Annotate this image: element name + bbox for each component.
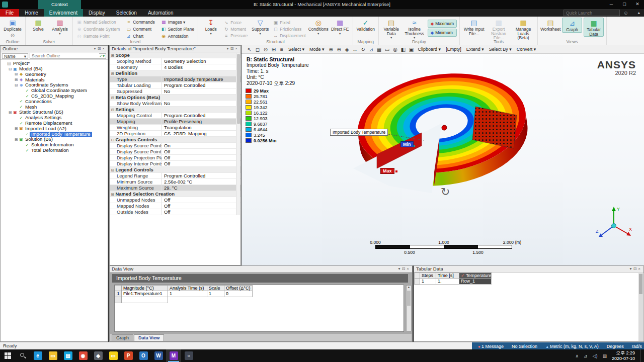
graphics-toolbar-item[interactable]: ◎ <box>391 47 399 52</box>
outline-tree-item[interactable]: ⊟ ▣ Imported Load (A2) <box>1 126 108 132</box>
details-row[interactable]: Mapping Control Program Controlled <box>110 113 240 119</box>
details-row[interactable]: Show Body Wireframe (Beta) No <box>110 101 240 107</box>
details-row[interactable]: Display Interior Points Off <box>110 161 240 167</box>
quick-launch-box[interactable]: ⊙ <box>564 10 620 16</box>
variable-data-button[interactable]: ▤ Variable Data ▾ <box>381 18 401 39</box>
tree-expander-icon[interactable]: ⊟ <box>8 110 13 115</box>
outline-tree-item[interactable]: ▤ Project* <box>1 61 108 66</box>
details-row-value[interactable]: Off <box>162 149 240 154</box>
outline-tree-item[interactable]: ⊞ ◆ Geometry <box>1 72 108 77</box>
taskbar-app-file-explorer[interactable]: ▭ <box>45 349 60 362</box>
data-view-scrollbar[interactable]: ▲ <box>406 285 412 331</box>
outline-tree-item[interactable]: ✓ Connections <box>1 99 108 105</box>
details-row[interactable]: Display Source Points On <box>110 143 240 149</box>
graphics-toolbar-item[interactable]: ≡ <box>278 47 286 52</box>
data-view-tab[interactable]: Graph <box>112 334 133 341</box>
taskbar-app-powerpoint[interactable]: P <box>121 349 136 362</box>
insert-item-button[interactable]: ⊿ Chart <box>125 33 155 39</box>
status-bar-item[interactable]: Degrees <box>607 344 624 349</box>
details-row[interactable]: Maximum Source 29. °C <box>110 185 240 191</box>
name-filter-dropdown[interactable]: Name▾ <box>2 53 28 59</box>
tabular-column-header[interactable]: Time [s] <box>436 273 459 279</box>
insert-item-button[interactable]: ◎ Remote Point <box>75 33 121 39</box>
data-view-column-header[interactable]: Scale <box>207 285 224 291</box>
details-row-value[interactable]: Program Controlled <box>162 173 240 178</box>
graphics-toolbar-item[interactable]: ◻ <box>254 47 262 52</box>
details-row[interactable]: Outside Nodes Off <box>110 209 240 215</box>
details-row-value[interactable]: On <box>162 143 240 148</box>
outline-tree-item[interactable]: ⊟ ▣ Model (B4) <box>1 66 108 72</box>
structural-small-button[interactable]: ↻ Moment <box>222 26 249 32</box>
data-view-column-header[interactable]: Magnitude (°C) <box>122 285 168 291</box>
details-row-value[interactable]: Program Controlled <box>162 82 240 88</box>
views-button[interactable]: ▤ Worksheet <box>540 18 560 32</box>
loads-button[interactable]: ↧ Loads ▾ <box>201 18 221 35</box>
taskbar-app-kakaotalk[interactable]: ▭ <box>106 349 121 362</box>
isoline-thickness-button[interactable]: ≈ Isoline Thickness ▾ <box>403 18 426 39</box>
details-row[interactable]: 2D Projection CS_2D3D_Mapping <box>110 131 240 137</box>
tabular-cell-time[interactable]: 1. <box>436 279 459 285</box>
supports-button[interactable]: ▽ Supports ▾ <box>250 18 270 35</box>
details-row-value[interactable]: 4 Bodies <box>162 64 240 70</box>
details-row[interactable]: Tabular Loading Program Controlled <box>110 82 240 88</box>
data-view-cell[interactable]: 1 <box>168 291 207 297</box>
graphics-toolbar-item[interactable]: Select ▾ <box>286 47 307 52</box>
outline-search-input[interactable] <box>30 53 99 58</box>
remote-point-marker[interactable] <box>442 125 447 130</box>
details-row-value[interactable]: CS_2D3D_Mapping <box>162 131 240 136</box>
details-scrollbar[interactable] <box>236 53 240 215</box>
panel-window-icons[interactable]: ▾⊡× <box>94 46 106 52</box>
details-row[interactable]: Scope <box>110 52 240 58</box>
details-row-value[interactable]: Geometry Selection <box>162 58 240 64</box>
details-row[interactable]: Scoping Method Geometry Selection <box>110 58 240 64</box>
ribbon-tab[interactable]: Selection <box>111 9 142 17</box>
tabular-column-header[interactable]: Steps <box>420 273 436 279</box>
ribbon-tab[interactable]: Environment <box>44 9 83 17</box>
details-row-value[interactable]: Off <box>162 209 240 215</box>
outline-search-box[interactable]: ✓▾ <box>30 53 106 59</box>
details-row[interactable]: Suppressed No <box>110 88 240 95</box>
graphics-toolbar-item[interactable]: ↻ <box>359 47 367 52</box>
taskbar-app-store[interactable]: ▤ <box>60 349 75 362</box>
views-button[interactable]: ⊿ Graph <box>562 18 582 33</box>
data-view-tab[interactable]: Data View <box>134 334 164 341</box>
data-view-column-header[interactable]: Offset (Δ°C) <box>224 285 253 291</box>
details-row-value[interactable]: Off <box>162 155 240 160</box>
status-bar-item[interactable]: Metric (m, kg, N, s, V, A) <box>545 344 599 349</box>
filter-check-icon[interactable]: ✓▾ <box>99 54 106 58</box>
graphics-toolbar-item[interactable]: ▭ <box>383 47 391 52</box>
structural-small-button[interactable]: ↘ Force <box>222 19 249 26</box>
panel-window-icons[interactable]: ▾⊡× <box>630 266 642 272</box>
ribbon-tab[interactable]: Display <box>83 9 111 17</box>
data-view-cell[interactable]: File1:Temperature1 <box>122 291 168 297</box>
validation-button[interactable]: ✓ Validation <box>356 18 376 32</box>
details-row-value[interactable]: No <box>162 88 240 94</box>
details-row-value[interactable]: Triangulation <box>162 125 240 130</box>
details-row-value[interactable]: 2.56e-002 °C <box>162 179 240 185</box>
details-row-value[interactable]: Off <box>162 197 240 203</box>
ribbon-tab[interactable]: Automation <box>142 9 179 17</box>
details-row[interactable]: Definition <box>110 70 240 76</box>
details-row[interactable]: Legend Range Program Controlled <box>110 173 240 179</box>
graphics-toolbar-item[interactable]: [Empty] <box>443 47 464 52</box>
taskbar-app-edge[interactable]: e <box>30 349 45 362</box>
status-bar-item[interactable]: No Selection <box>512 344 537 349</box>
tree-expander-icon[interactable]: ⊟ <box>14 137 19 142</box>
ribbon-collapse-icon[interactable]: ▴ <box>637 9 640 17</box>
tray-expand-icon[interactable]: ∧ <box>575 353 579 358</box>
details-row[interactable]: Beta Options (Beta) <box>110 95 240 101</box>
graphics-toolbar-item[interactable]: ◧ <box>399 47 408 52</box>
details-row-value[interactable]: No <box>162 101 240 106</box>
details-row[interactable]: Settings <box>110 107 240 113</box>
graphics-toolbar-item[interactable]: Clipboard ▾ <box>416 47 444 52</box>
outline-tree-item[interactable]: ✓ CS_2D3D_Mapping <box>1 94 108 99</box>
outline-tree-item[interactable]: ✓ Total Deformation <box>1 148 108 153</box>
taskbar-search-button[interactable] <box>15 349 30 362</box>
details-row[interactable]: Mapping Profile Preserving <box>110 119 240 125</box>
details-row[interactable]: Mapped Nodes Off <box>110 203 240 209</box>
details-row[interactable]: Named Selection Creation <box>110 191 240 197</box>
ribbon-tab[interactable]: Home <box>19 9 44 17</box>
graphics-toolbar-item[interactable]: ⊞ <box>270 47 278 52</box>
insert-item-button[interactable]: ▣ Named Selection <box>75 19 121 25</box>
ribbon-tab[interactable]: File <box>0 9 19 17</box>
